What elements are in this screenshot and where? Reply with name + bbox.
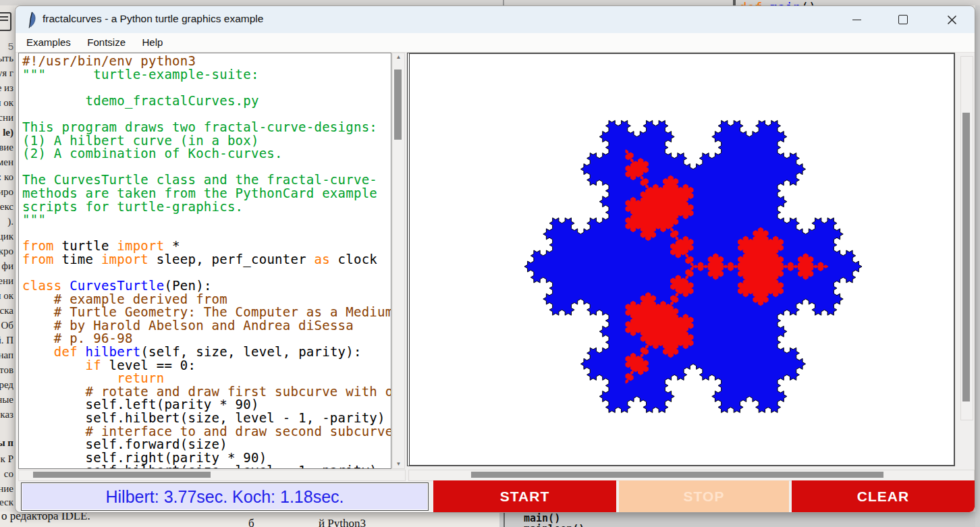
background-text-fragment: сни bbox=[0, 112, 13, 123]
background-text-fragment: ска bbox=[0, 305, 13, 316]
turtle-canvas bbox=[410, 54, 950, 462]
divider-line bbox=[503, 511, 505, 527]
background-text-fragment: ени bbox=[0, 275, 13, 287]
background-text-fragment: mainloop() bbox=[524, 523, 584, 527]
source-code-text: #!/usr/bin/env python3""" turtle-example… bbox=[22, 55, 391, 469]
background-text-fragment: виро bbox=[0, 186, 13, 198]
minimize-button[interactable] bbox=[841, 6, 872, 33]
turtle-canvas-frame bbox=[407, 53, 955, 466]
menu-examples[interactable]: Examples bbox=[20, 35, 78, 49]
background-text-fragment: кро bbox=[0, 246, 13, 257]
clear-button[interactable]: CLEAR bbox=[792, 480, 975, 512]
background-right-strip bbox=[975, 0, 980, 527]
close-icon bbox=[947, 15, 957, 25]
background-text-column: 5ытьуя ге изи оксниle)виемен: ковироекс)… bbox=[0, 0, 14, 527]
scrollbar-thumb[interactable] bbox=[962, 113, 970, 401]
scroll-down-icon[interactable]: ▼ bbox=[393, 461, 404, 468]
canvas-vertical-scrollbar[interactable] bbox=[960, 56, 973, 420]
start-button[interactable]: START bbox=[433, 480, 616, 512]
scrollbar-thumb[interactable] bbox=[33, 472, 211, 478]
maximize-icon bbox=[898, 15, 908, 24]
background-text-fragment: фи bbox=[1, 260, 13, 272]
code-line: from time import sleep, perf_counter as … bbox=[22, 253, 391, 267]
minimize-icon bbox=[852, 20, 861, 20]
background-text-fragment: й Python3 bbox=[319, 517, 366, 527]
background-text-fragment: е из bbox=[0, 82, 13, 94]
background-text-fragment: 5 bbox=[8, 40, 13, 52]
background-code-fragment: def main(): bbox=[739, 0, 824, 5]
background-text-fragment: вие bbox=[0, 142, 13, 153]
status-bar: Hilbert: 3.77sec. Koch: 1.18sec. bbox=[21, 482, 429, 511]
canvas-horizontal-scrollbar[interactable] bbox=[408, 470, 975, 481]
app-window: fractalcurves - a Python turtle graphics… bbox=[15, 5, 975, 513]
background-text-fragment: цик bbox=[0, 231, 13, 242]
python-feather-icon bbox=[25, 11, 37, 28]
background-text-fragment: о редактора IDLE. bbox=[1, 511, 90, 523]
background-top-strip: def main(): bbox=[0, 0, 980, 5]
title-bar[interactable]: fractalcurves - a Python turtle graphics… bbox=[16, 6, 975, 33]
background-text-fragment: ы п bbox=[0, 437, 13, 449]
scrollbar-thumb[interactable] bbox=[394, 70, 402, 140]
code-horizontal-scrollbar[interactable] bbox=[18, 470, 406, 481]
background-text-fragment: нап bbox=[0, 350, 13, 361]
window-title: fractalcurves - a Python turtle graphics… bbox=[43, 13, 263, 25]
background-text-fragment: ред bbox=[0, 379, 13, 391]
divider-line bbox=[503, 0, 504, 5]
menu-fontsize[interactable]: Fontsize bbox=[80, 35, 132, 49]
background-text-fragment: б bbox=[248, 517, 254, 527]
menu-help[interactable]: Help bbox=[135, 35, 169, 49]
code-line: self.hilbert(size, level - 1, parity) bbox=[22, 464, 391, 469]
screen: { "window": { "title": "fractalcurves - … bbox=[0, 0, 980, 527]
background-text-fragment: : ко bbox=[0, 171, 13, 183]
code-line: """ turtle-example-suite: bbox=[22, 68, 391, 82]
code-vertical-scrollbar[interactable]: ▲ ▼ bbox=[392, 53, 405, 469]
background-text-fragment: м ок bbox=[0, 290, 13, 302]
stop-button[interactable]: STOP bbox=[619, 480, 789, 512]
background-bottom-strip: о редактора IDLE.бй Python3main()mainloo… bbox=[0, 511, 980, 527]
menu-bar: Examples Fontsize Help bbox=[16, 33, 975, 53]
background-text-fragment: Об bbox=[1, 320, 13, 331]
close-button[interactable] bbox=[936, 6, 967, 33]
source-code-pane[interactable]: #!/usr/bin/env python3""" turtle-example… bbox=[18, 53, 391, 469]
code-line: """ bbox=[22, 213, 391, 227]
background-text-fragment: le) bbox=[3, 127, 13, 138]
background-text-fragment: екс bbox=[0, 201, 13, 213]
background-text-fragment: тов bbox=[0, 364, 13, 376]
background-text-fragment: еск bbox=[0, 497, 13, 508]
maximize-button[interactable] bbox=[888, 6, 919, 33]
background-text-fragment: каз bbox=[0, 409, 13, 420]
background-text-fragment: ). bbox=[7, 216, 13, 227]
scroll-up-icon[interactable]: ▲ bbox=[393, 54, 404, 61]
background-text-fragment: со bbox=[4, 468, 13, 480]
background-text-fragment: ные bbox=[0, 394, 13, 406]
code-line: (2) A combination of Koch-curves. bbox=[22, 147, 391, 161]
printer-icon bbox=[0, 12, 11, 31]
code-line: tdemo_fractalCurves.py bbox=[22, 94, 391, 108]
scrollbar-thumb[interactable] bbox=[471, 472, 883, 478]
background-text-fragment: уя г bbox=[0, 67, 13, 79]
divider-line bbox=[733, 0, 736, 5]
background-text-fragment: к Р bbox=[1, 453, 13, 465]
background-text-fragment: мен bbox=[0, 157, 13, 168]
background-text-fragment: ыть bbox=[0, 53, 13, 64]
code-line: scripts for turtle-graphics. bbox=[22, 200, 391, 214]
background-text-fragment: и ок bbox=[0, 97, 13, 109]
background-text-fragment: ние bbox=[0, 483, 13, 495]
background-text-fragment: й. П bbox=[0, 335, 13, 346]
